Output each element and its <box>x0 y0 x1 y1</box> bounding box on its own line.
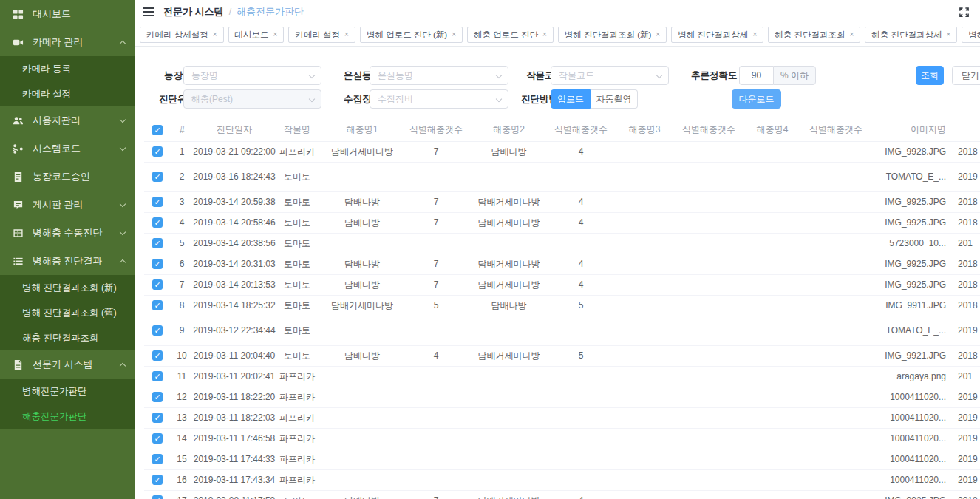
sidebar-subitem-1-1[interactable]: 카메라 설정 <box>0 81 135 106</box>
chevron-down-icon <box>120 116 126 122</box>
table-row-11[interactable]: ✓122019-03-11 18:22:20파프리카1000411020...2… <box>144 387 980 407</box>
sidebar-subitem-1-0[interactable]: 카메라 등록 <box>0 56 135 81</box>
row-checkbox[interactable]: ✓ <box>152 392 163 402</box>
sidebar-subitem-7-2[interactable]: 해충 진단결과조회 <box>0 325 135 350</box>
accuracy-input[interactable] <box>739 66 773 85</box>
tab-5[interactable]: 병해 진단결과조회 (新)× <box>558 27 667 43</box>
cell-16-8 <box>678 490 739 499</box>
table-row-1[interactable]: ✓22019-03-16 18:24:43토마토TOMATO_E_...2019 <box>144 162 980 191</box>
cell-16-3: 담배나방 <box>319 490 406 499</box>
tab-close-icon[interactable]: × <box>752 31 757 38</box>
tab-close-icon[interactable]: × <box>213 31 217 38</box>
tab-close-icon[interactable]: × <box>452 31 456 38</box>
table-row-10[interactable]: ✓112019-03-11 20:02:41파프리카aragaya.png201 <box>144 366 980 387</box>
sidebar-item-8[interactable]: 전문가 시스템 <box>0 350 135 379</box>
table-row-0[interactable]: ✓12019-03-21 09:22:00파프리카담배거세미나방7담배나방4IM… <box>144 141 980 162</box>
cell-1-2: 토마토 <box>276 162 319 191</box>
table-row-8[interactable]: ✓92019-03-12 22:34:44토마토TOMATO_E_...2019 <box>144 316 980 345</box>
table-row-16[interactable]: ✓172019-03-08 11:17:59토마토담배나방7담배거세미나방4IM… <box>144 490 980 499</box>
row-checkbox-cell: ✓ <box>144 233 171 254</box>
row-checkbox[interactable]: ✓ <box>152 217 163 228</box>
crop-code-select[interactable]: 작물코드 <box>551 66 669 85</box>
tab-0[interactable]: 카메라 상세설정× <box>140 27 224 43</box>
row-checkbox[interactable]: ✓ <box>152 454 163 464</box>
search-button[interactable]: 조회 <box>916 66 944 85</box>
tab-6[interactable]: 병해 진단결과상세× <box>671 27 763 43</box>
table-row-14[interactable]: ✓152019-03-11 17:44:33파프리카1000411020...2… <box>144 449 980 469</box>
table-row-6[interactable]: ✓72019-03-14 20:13:53토마토담배나방7담배거세미나방4IMG… <box>144 274 980 295</box>
row-checkbox[interactable]: ✓ <box>152 238 163 248</box>
row-checkbox[interactable]: ✓ <box>152 495 163 499</box>
tab-3[interactable]: 병해 업로드 진단 (新)× <box>360 27 463 43</box>
row-checkbox[interactable]: ✓ <box>152 300 163 310</box>
cell-5-11: IMG_9925.JPG <box>866 254 949 274</box>
sidebar-item-1[interactable]: 카메라 관리 <box>0 28 135 56</box>
close-button[interactable]: 닫기 <box>952 66 980 85</box>
table-row-2[interactable]: ✓32019-03-14 20:59:38토마토담배나방7담배거세미나방4IMG… <box>144 191 980 212</box>
sidebar-item-2[interactable]: 사용자관리 <box>0 106 135 135</box>
diagnosis-type-select[interactable]: 해충(Pest) <box>183 89 321 109</box>
sidebar-subitem-8-1[interactable]: 해충전문가판단 <box>0 404 135 429</box>
table-row-5[interactable]: ✓62019-03-14 20:31:03토마토담배나방7담배거세미나방4IMG… <box>144 254 980 274</box>
column-header-2: 작물명 <box>276 119 319 141</box>
table-row-4[interactable]: ✓52019-03-14 20:38:56토마토5723000_10...201 <box>144 233 980 254</box>
tab-close-icon[interactable]: × <box>946 31 950 38</box>
cell-12-5 <box>466 407 551 428</box>
table-row-15[interactable]: ✓162019-03-11 17:43:34파프리카1000411020...2… <box>144 469 980 490</box>
download-button[interactable]: 다운로드 <box>732 89 781 109</box>
table-row-3[interactable]: ✓42019-03-14 20:58:46토마토담배나방7담배거세미나방4IMG… <box>144 212 980 233</box>
sidebar-item-4[interactable]: 농장코드승인 <box>0 163 135 191</box>
table-row-9[interactable]: ✓102019-03-11 20:04:40토마토담배나방4담배거세미나방5IM… <box>144 345 980 366</box>
row-checkbox[interactable]: ✓ <box>152 433 163 444</box>
row-checkbox[interactable]: ✓ <box>152 146 163 157</box>
tab-9[interactable]: 병해전문가판단× <box>962 27 980 43</box>
device-select[interactable]: 수집장비 <box>370 89 508 109</box>
select-all-checkbox[interactable]: ✓ <box>152 125 163 135</box>
chevron-down-icon <box>309 72 315 78</box>
tab-close-icon[interactable]: × <box>344 31 349 38</box>
row-checkbox[interactable]: ✓ <box>152 325 163 336</box>
sidebar-subitem-7-0[interactable]: 병해 진단결과조회 (新) <box>0 275 135 300</box>
sidebar-item-7[interactable]: 병해충 진단결과 <box>0 247 135 275</box>
tab-2[interactable]: 카메라 설정× <box>288 27 355 43</box>
hamburger-menu-icon[interactable] <box>143 7 154 16</box>
chevron-down-icon <box>496 72 502 78</box>
method-upload-button[interactable]: 업로드 <box>551 89 591 109</box>
table-row-12[interactable]: ✓132019-03-11 18:22:03파프리카1000411020...2… <box>144 407 980 428</box>
table-row-7[interactable]: ✓82019-03-14 18:25:32토마토담배거세미나방5담배나방5IMG… <box>144 295 980 316</box>
tab-1[interactable]: 대시보드× <box>228 27 285 43</box>
farm-select[interactable]: 농장명 <box>183 66 321 85</box>
cell-15-6 <box>551 469 610 490</box>
tab-8[interactable]: 해충 진단결과상세× <box>865 27 957 43</box>
row-checkbox[interactable]: ✓ <box>152 279 163 290</box>
row-checkbox[interactable]: ✓ <box>152 259 163 269</box>
sidebar-item-3[interactable]: 시스템코드 <box>0 135 135 163</box>
table-row-13[interactable]: ✓142019-03-11 17:46:58파프리카1000411020...2… <box>144 428 980 449</box>
row-checkbox[interactable]: ✓ <box>152 172 163 182</box>
breadcrumb-section[interactable]: 전문가 시스템 <box>163 5 224 18</box>
method-auto-button[interactable]: 자동촬영 <box>591 89 638 109</box>
tab-4[interactable]: 해충 업로드 진단× <box>467 27 554 43</box>
tab-7[interactable]: 해충 진단결과조회× <box>768 27 860 43</box>
row-checkbox[interactable]: ✓ <box>152 475 163 485</box>
row-checkbox[interactable]: ✓ <box>152 350 163 361</box>
row-checkbox[interactable]: ✓ <box>152 413 163 423</box>
sidebar-item-label: 사용자관리 <box>33 114 81 127</box>
sidebar-item-5[interactable]: 게시판 관리 <box>0 191 135 219</box>
tab-close-icon[interactable]: × <box>849 31 854 38</box>
sidebar-subitem-7-1[interactable]: 병해 진단결과조회 (舊) <box>0 300 135 325</box>
sidebar-item-0[interactable]: 대시보드 <box>0 0 135 28</box>
row-checkbox[interactable]: ✓ <box>152 371 163 381</box>
sidebar-subitem-8-0[interactable]: 병해전문가판단 <box>0 379 135 404</box>
tab-close-icon[interactable]: × <box>656 31 660 38</box>
greenhouse-select[interactable]: 온실동명 <box>370 66 508 85</box>
cell-6-11: IMG_9925.JPG <box>866 274 949 295</box>
sidebar-item-6[interactable]: 병해충 수동진단 <box>0 219 135 247</box>
cell-14-3 <box>319 449 406 469</box>
tab-close-icon[interactable]: × <box>542 31 547 38</box>
tab-close-icon[interactable]: × <box>273 31 278 38</box>
cell-16-0: 17 <box>171 490 193 499</box>
cell-0-2: 파프리카 <box>276 141 319 162</box>
fullscreen-icon[interactable] <box>959 7 970 18</box>
row-checkbox[interactable]: ✓ <box>152 197 163 207</box>
